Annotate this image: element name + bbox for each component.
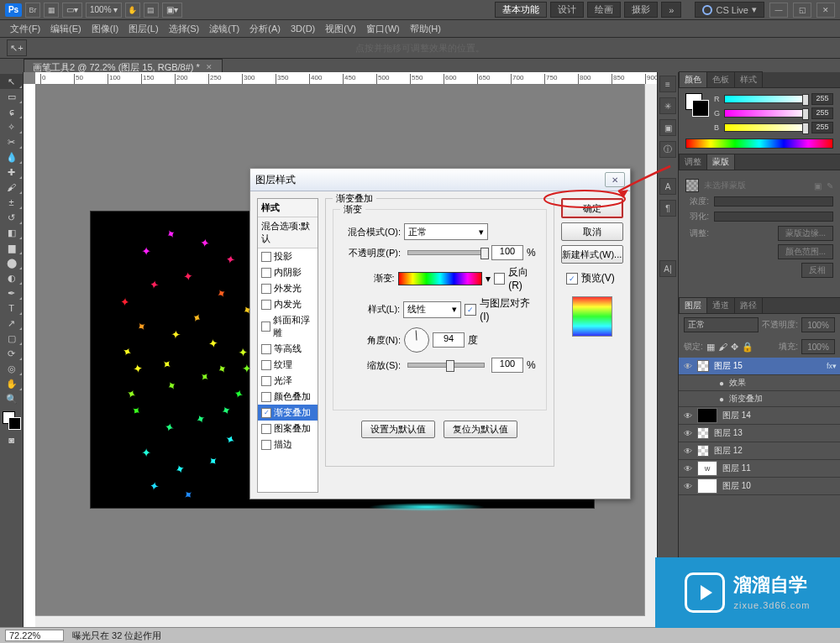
hand-icon[interactable]: ✋	[125, 3, 140, 18]
quickmask-toggle[interactable]: ◙	[0, 432, 23, 447]
heal-tool[interactable]: ✚	[0, 165, 23, 180]
preview-checkbox[interactable]: ✓	[566, 273, 578, 285]
marquee-tool[interactable]: ▭	[0, 89, 23, 104]
gradient-tool[interactable]: ▆	[0, 240, 23, 255]
3d-cam-tool[interactable]: ◎	[0, 361, 23, 376]
tab-color[interactable]: 颜色	[679, 71, 707, 87]
align-checkbox[interactable]: ✓	[465, 304, 476, 316]
close-button[interactable]: ✕	[816, 3, 835, 18]
density-slider[interactable]	[714, 196, 833, 206]
brush-panel-icon[interactable]: ✳	[659, 97, 676, 114]
screen-mode-select[interactable]: ▣▾	[162, 3, 182, 18]
layer-effect-效果[interactable]: ●效果	[679, 375, 840, 391]
dialog-close-button[interactable]: ✕	[605, 172, 625, 187]
style-item-内阴影[interactable]: 内阴影	[258, 264, 318, 280]
visibility-icon[interactable]: 👁	[679, 447, 697, 456]
visibility-icon[interactable]: 👁	[679, 411, 697, 421]
brush-tool[interactable]: 🖌	[0, 180, 23, 195]
lock-trans-icon[interactable]: ▦	[706, 342, 715, 353]
style-item-描边[interactable]: 描边	[258, 437, 318, 452]
visibility-icon[interactable]: 👁	[679, 429, 697, 438]
hue-bar[interactable]	[685, 139, 833, 149]
menu-3d[interactable]: 3D(D)	[286, 22, 320, 35]
layer-row[interactable]: 👁W图层 11	[679, 460, 840, 478]
minibridge-icon[interactable]: ▦	[44, 3, 59, 18]
menu-file[interactable]: 文件(F)	[5, 21, 45, 37]
set-default-button[interactable]: 设置为默认值	[361, 421, 435, 438]
menu-image[interactable]: 图像(I)	[87, 21, 123, 37]
scrollbar-vertical[interactable]	[644, 84, 657, 616]
menu-window[interactable]: 窗口(W)	[361, 21, 405, 37]
eraser-tool[interactable]: ◧	[0, 225, 23, 240]
info-panel-icon[interactable]: ⓘ	[659, 141, 676, 158]
tab-layers[interactable]: 图层	[679, 297, 707, 313]
dodge-tool[interactable]: ◐	[0, 270, 23, 285]
reverse-checkbox[interactable]	[494, 273, 505, 285]
crop-tool[interactable]: ✂	[0, 134, 23, 149]
tab-masks[interactable]: 蒙版	[706, 154, 735, 170]
pixel-mask-icon[interactable]: ▣	[814, 181, 822, 191]
style-item-图案叠加[interactable]: 图案叠加	[258, 421, 318, 437]
tab-paths[interactable]: 路径	[734, 297, 763, 313]
angle-input[interactable]: 94	[433, 332, 465, 348]
style-item-光泽[interactable]: 光泽	[258, 373, 318, 389]
document-close-icon[interactable]: ✕	[205, 63, 213, 71]
lock-pos-icon[interactable]: ✥	[731, 342, 738, 353]
workspace-essentials[interactable]: 基本功能	[495, 2, 547, 18]
red-value[interactable]: 255	[811, 93, 833, 105]
move-tool[interactable]: ↖	[0, 74, 23, 89]
rect-tool[interactable]: ▢	[0, 331, 23, 346]
view-mode-select[interactable]: ▭▾	[62, 3, 82, 18]
style-item-投影[interactable]: 投影	[258, 248, 318, 264]
character2-panel-icon[interactable]: A|	[659, 260, 676, 277]
style-item-颜色叠加[interactable]: 颜色叠加	[258, 389, 318, 405]
status-zoom[interactable]: 72.22%	[5, 630, 64, 641]
style-item-外发光[interactable]: 外发光	[258, 280, 318, 296]
arrange-icon[interactable]: ▤	[144, 3, 159, 18]
color-range-button[interactable]: 颜色范围...	[778, 244, 833, 259]
blend-mode-select[interactable]: 正常	[684, 317, 759, 332]
style-item-斜面和浮雕[interactable]: 斜面和浮雕	[258, 312, 318, 341]
layer-row[interactable]: 👁图层 13	[679, 425, 840, 442]
wand-tool[interactable]: ✧	[0, 119, 23, 134]
stamp-tool[interactable]: ±	[0, 195, 23, 210]
opacity-slider[interactable]	[407, 250, 485, 255]
history-panel-icon[interactable]: ≡	[659, 76, 676, 92]
angle-wheel[interactable]	[404, 327, 429, 353]
layer-effect-渐变叠加[interactable]: ●渐变叠加	[679, 391, 840, 407]
scale-slider[interactable]	[407, 363, 485, 368]
style-item-内发光[interactable]: 内发光	[258, 296, 318, 312]
tab-adjustments[interactable]: 调整	[679, 154, 707, 170]
menu-view[interactable]: 视图(V)	[320, 21, 361, 37]
workspace-design[interactable]: 设计	[550, 2, 584, 18]
menu-edit[interactable]: 编辑(E)	[45, 21, 87, 37]
scale-input[interactable]: 100	[491, 358, 523, 373]
blend-mode-dialog-select[interactable]: 正常▾	[404, 223, 488, 240]
opacity-input[interactable]: 100	[491, 245, 523, 260]
paragraph-panel-icon[interactable]: ¶	[659, 200, 676, 217]
lock-pixel-icon[interactable]: 🖌	[718, 342, 727, 352]
eyedropper-tool[interactable]: 💧	[0, 149, 23, 165]
feather-slider[interactable]	[714, 212, 833, 222]
blue-slider[interactable]	[724, 123, 808, 132]
visibility-icon[interactable]: 👁	[679, 464, 697, 473]
visibility-icon[interactable]: 👁	[679, 482, 697, 491]
layer-row[interactable]: 👁图层 10	[679, 478, 840, 495]
green-slider[interactable]	[724, 109, 808, 118]
zoom-tool[interactable]: 🔍	[0, 391, 23, 406]
layer-row[interactable]: 👁图层 12	[679, 442, 840, 460]
menu-select[interactable]: 选择(S)	[164, 21, 205, 37]
style-item-渐变叠加[interactable]: ✓渐变叠加	[258, 405, 318, 421]
zoom-select[interactable]: 100%▾	[86, 3, 122, 18]
menu-filter[interactable]: 滤镜(T)	[204, 21, 244, 37]
menu-help[interactable]: 帮助(H)	[405, 21, 446, 37]
minimize-button[interactable]: —	[769, 3, 788, 18]
hand-tool[interactable]: ✋	[0, 376, 23, 391]
current-tool-icon[interactable]: ↖+	[7, 39, 27, 56]
tab-swatches[interactable]: 色板	[706, 71, 735, 87]
restore-button[interactable]: ◱	[793, 3, 811, 18]
type-tool[interactable]: T	[0, 301, 23, 316]
blue-value[interactable]: 255	[811, 122, 833, 133]
vector-mask-icon[interactable]: ✎	[827, 181, 833, 191]
character-panel-icon[interactable]: A	[659, 178, 676, 195]
